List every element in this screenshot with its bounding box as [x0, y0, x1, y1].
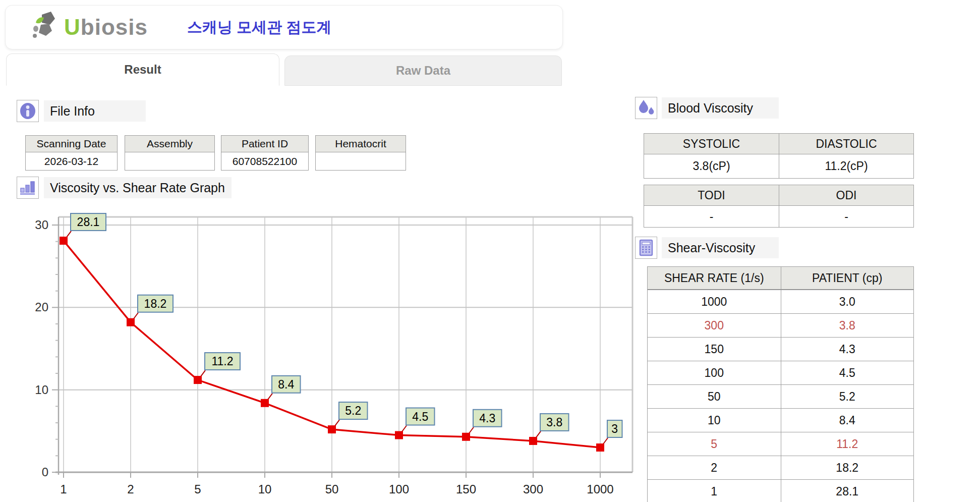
shear-viscosity-cell-patient: 28.1: [781, 480, 914, 502]
shear-viscosity-cell-shear: 2: [648, 456, 781, 479]
file-info-field-value: 2026-03-12: [26, 152, 117, 170]
svg-text:1000: 1000: [587, 482, 613, 496]
tab-result[interactable]: Result: [6, 53, 279, 86]
patient-column-header: PATIENT (cp): [781, 267, 914, 289]
logo-rest: biosis: [81, 15, 148, 39]
shear-viscosity-row: 218.2: [648, 456, 913, 479]
svg-text:50: 50: [325, 482, 339, 496]
svg-text:10: 10: [258, 482, 272, 496]
blood-viscosity-table: SYSTOLIC DIASTOLIC 3.8(cP) 11.2(cP): [644, 133, 914, 179]
file-info-field-value: [125, 152, 214, 170]
shear-viscosity-cell-patient: 11.2: [781, 432, 914, 456]
leaf-stone-cluster-icon: [32, 11, 61, 44]
shear-viscosity-cell-shear: 1: [648, 480, 781, 502]
file-info-field-3: Hematocrit: [315, 135, 406, 171]
shear-viscosity-cell-patient: 3.8: [781, 314, 914, 337]
file-info-field-0: Scanning Date2026-03-12: [25, 135, 118, 171]
shear-rate-column-header: SHEAR RATE (1/s): [648, 267, 781, 289]
file-info-field-1: Assembly: [125, 135, 215, 171]
svg-text:100: 100: [389, 482, 409, 496]
shear-viscosity-section-title: Shear-Viscosity: [662, 237, 779, 258]
diastolic-header: DIASTOLIC: [779, 134, 913, 154]
shear-viscosity-cell-patient: 4.3: [781, 338, 914, 361]
calculator-icon: [635, 237, 657, 259]
svg-text:3: 3: [611, 422, 618, 435]
svg-text:1: 1: [60, 482, 67, 496]
tab-raw-data[interactable]: Raw Data: [284, 55, 562, 86]
todi-odi-table: TODI ODI - -: [644, 185, 914, 228]
file-info-field-label: Assembly: [125, 136, 214, 152]
odi-header: ODI: [779, 185, 913, 205]
svg-text:10: 10: [35, 383, 48, 397]
shear-viscosity-cell-patient: 5.2: [781, 385, 914, 408]
header-card: Ubiosis 스캐닝 모세관 점도계: [5, 5, 563, 49]
shear-viscosity-cell-shear: 100: [648, 361, 781, 384]
shear-viscosity-cell-patient: 18.2: [781, 456, 914, 479]
file-info-field-label: Scanning Date: [26, 136, 117, 152]
shear-viscosity-cell-shear: 5: [648, 432, 781, 456]
bar-chart-icon: [17, 177, 39, 199]
svg-text:5.2: 5.2: [345, 404, 361, 417]
svg-text:0: 0: [42, 465, 48, 479]
shear-viscosity-cell-shear: 10: [648, 409, 781, 432]
svg-text:18.2: 18.2: [144, 297, 167, 310]
viscosity-shear-rate-chart: 01020301251050100150300100028.118.211.28…: [29, 212, 635, 502]
shear-viscosity-row: 1504.3: [648, 337, 913, 361]
systolic-value: 3.8(cP): [644, 154, 779, 178]
svg-text:20: 20: [35, 300, 48, 314]
shear-viscosity-cell-shear: 1000: [648, 290, 781, 313]
shear-viscosity-cell-shear: 50: [648, 385, 781, 408]
shear-viscosity-table: SHEAR RATE (1/s) PATIENT (cp) 10003.0300…: [647, 266, 914, 502]
shear-viscosity-row: 505.2: [648, 384, 913, 408]
shear-viscosity-row: 1004.5: [648, 361, 913, 384]
shear-viscosity-cell-shear: 300: [648, 314, 781, 337]
svg-text:11.2: 11.2: [211, 355, 233, 368]
logo-text: Ubiosis: [64, 15, 148, 40]
todi-value: -: [644, 206, 779, 227]
svg-text:2: 2: [127, 482, 134, 496]
shear-viscosity-row: 3003.8: [648, 313, 913, 337]
app-title: 스캐닝 모세관 점도계: [187, 17, 332, 38]
systolic-header: SYSTOLIC: [644, 134, 779, 154]
diastolic-value: 11.2(cP): [779, 154, 913, 178]
shear-viscosity-cell-patient: 8.4: [781, 409, 914, 432]
water-drops-icon: [635, 97, 657, 119]
shear-viscosity-row: 108.4: [648, 408, 913, 432]
svg-text:8.4: 8.4: [278, 378, 294, 391]
svg-text:4.5: 4.5: [412, 410, 428, 423]
shear-viscosity-cell-patient: 4.5: [781, 361, 914, 384]
file-info-field-label: Patient ID: [221, 136, 308, 152]
shear-viscosity-table-header: SHEAR RATE (1/s) PATIENT (cp): [648, 267, 913, 290]
logo-letter-u: U: [64, 15, 81, 39]
shear-viscosity-row: 511.2: [648, 432, 913, 456]
shear-viscosity-cell-shear: 150: [648, 338, 781, 361]
shear-viscosity-row: 10003.0: [648, 290, 913, 313]
shear-viscosity-row: 128.1: [648, 479, 913, 502]
info-circle-icon: [17, 100, 39, 122]
file-info-field-value: [316, 152, 406, 170]
file-info-field-label: Hematocrit: [316, 136, 406, 152]
odi-value: -: [779, 206, 913, 227]
svg-text:28.1: 28.1: [77, 215, 100, 229]
svg-text:300: 300: [523, 482, 543, 496]
ubiosis-logo: Ubiosis: [32, 11, 148, 44]
svg-text:30: 30: [35, 218, 48, 232]
svg-text:4.3: 4.3: [479, 412, 495, 425]
svg-text:3.8: 3.8: [546, 416, 562, 429]
todi-header: TODI: [644, 185, 779, 205]
svg-text:150: 150: [456, 482, 476, 496]
svg-text:5: 5: [194, 482, 201, 496]
blood-viscosity-section-title: Blood Viscosity: [662, 97, 779, 119]
graph-section-title: Viscosity vs. Shear Rate Graph: [44, 177, 232, 198]
file-info-field-2: Patient ID60708522100: [221, 135, 309, 171]
shear-viscosity-cell-patient: 3.0: [781, 290, 914, 313]
file-info-field-value: 60708522100: [221, 152, 308, 170]
file-info-section-title: File Info: [44, 100, 146, 122]
